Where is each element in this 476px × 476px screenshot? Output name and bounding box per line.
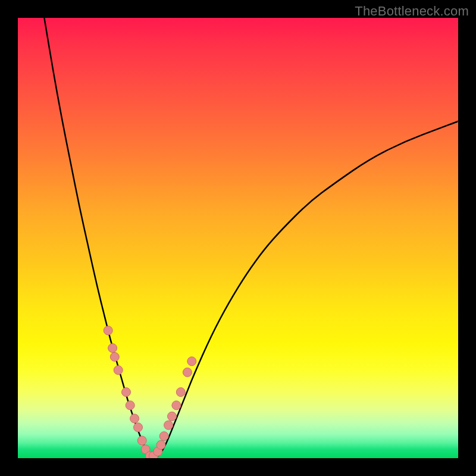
plot-area [18,18,458,458]
data-marker [122,388,131,397]
data-marker [108,344,117,353]
data-marker [114,366,123,375]
data-marker [126,401,134,410]
data-marker [187,357,196,366]
curve-overlay [18,18,458,458]
data-marker [164,421,173,430]
data-marker [137,436,146,445]
data-marker [104,326,112,335]
data-marker [172,401,181,410]
bottleneck-curve [44,18,458,458]
data-marker [110,352,119,361]
data-marker [156,440,165,449]
watermark-text: TheBottleneck.com [355,4,469,19]
data-marker [168,412,177,421]
data-marker [159,432,168,441]
data-marker [183,368,192,377]
outer-frame: TheBottleneck.com [0,0,476,476]
data-marker [176,388,185,397]
data-marker [130,414,139,423]
data-marker [134,423,143,432]
